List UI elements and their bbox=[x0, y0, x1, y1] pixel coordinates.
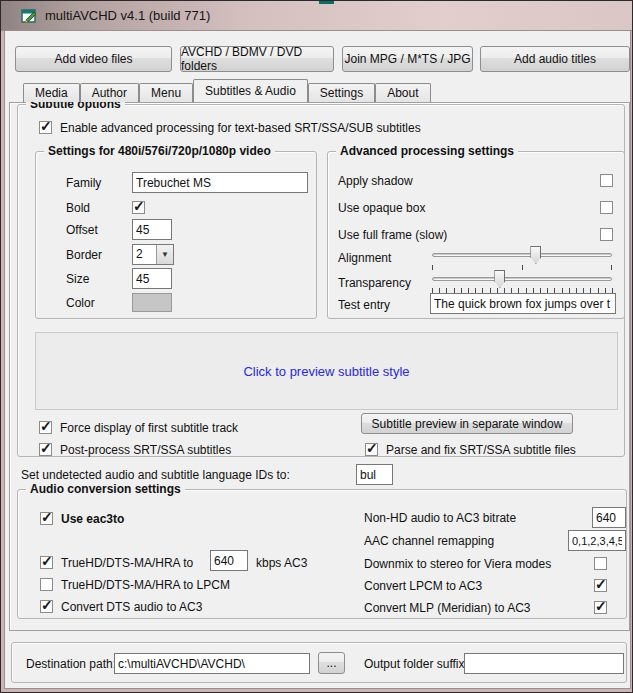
force-display-label: Force display of first subtitle track bbox=[60, 421, 238, 435]
convert-lpcm-checkbox[interactable] bbox=[594, 579, 607, 592]
tab-media[interactable]: Media bbox=[23, 83, 80, 102]
chevron-down-icon[interactable]: ▼ bbox=[156, 245, 173, 264]
tab-menu[interactable]: Menu bbox=[139, 83, 193, 102]
downmix-viera-label: Downmix to stereo for Viera modes bbox=[364, 557, 551, 571]
tab-strip: Media Author Menu Subtitles & Audio Sett… bbox=[23, 81, 431, 102]
aac-remap-input[interactable] bbox=[568, 530, 626, 551]
destination-panel: Destination path: ... Output folder suff… bbox=[11, 642, 627, 683]
use-opaque-box-checkbox[interactable] bbox=[600, 201, 613, 214]
add-audio-titles-button[interactable]: Add audio titles bbox=[480, 46, 630, 72]
advanced-processing-group: Advanced processing settings Apply shado… bbox=[327, 151, 625, 319]
truehd-ac3-bitrate-input[interactable] bbox=[210, 550, 248, 571]
post-process-label: Post-process SRT/SSA subtitles bbox=[60, 443, 231, 457]
tab-about[interactable]: About bbox=[375, 83, 430, 102]
audio-conversion-title: Audio conversion settings bbox=[26, 482, 185, 496]
transparency-slider-thumb[interactable] bbox=[494, 270, 505, 288]
truehd-ac3-checkbox[interactable] bbox=[40, 556, 53, 569]
title-bar[interactable]: multiAVCHD v4.1 (build 771) bbox=[1, 1, 632, 31]
apply-shadow-checkbox[interactable] bbox=[600, 174, 613, 187]
offset-label: Offset bbox=[66, 223, 98, 237]
use-eac3to-checkbox[interactable] bbox=[40, 512, 53, 525]
tab-subtitles-audio[interactable]: Subtitles & Audio bbox=[193, 79, 308, 102]
parse-fix-checkbox[interactable] bbox=[365, 443, 378, 456]
language-ids-input[interactable] bbox=[356, 464, 393, 485]
client-area: Add video files AVCHD / BDMV / DVD folde… bbox=[5, 31, 630, 688]
subtitle-preview-window-button[interactable]: Subtitle preview in separate window bbox=[361, 413, 573, 434]
destination-path-input[interactable] bbox=[114, 653, 310, 674]
use-full-frame-label: Use full frame (slow) bbox=[338, 228, 447, 242]
window-title: multiAVCHD v4.1 (build 771) bbox=[45, 8, 210, 23]
subtitle-preview-panel[interactable]: Click to preview subtitle style bbox=[35, 332, 618, 410]
add-video-files-button[interactable]: Add video files bbox=[15, 46, 172, 72]
family-input[interactable] bbox=[132, 172, 308, 193]
language-ids-label: Set undetected audio and subtitle langua… bbox=[21, 468, 290, 482]
convert-dts-label: Convert DTS audio to AC3 bbox=[61, 600, 202, 614]
transparency-label: Transparency bbox=[338, 276, 411, 290]
border-select[interactable]: 2 ▼ bbox=[132, 244, 174, 265]
avchd-bdmv-dvd-folders-button[interactable]: AVCHD / BDMV / DVD folders bbox=[180, 46, 334, 72]
post-process-checkbox[interactable] bbox=[39, 443, 52, 456]
nonhd-bitrate-input[interactable] bbox=[592, 507, 626, 528]
use-opaque-box-label: Use opaque box bbox=[338, 201, 425, 215]
audio-conversion-group: Audio conversion settings Use eac3to Non… bbox=[17, 489, 627, 619]
color-swatch[interactable] bbox=[132, 293, 172, 312]
truehd-ac3-suffix-label: kbps AC3 bbox=[256, 556, 307, 570]
apply-shadow-label: Apply shadow bbox=[338, 174, 413, 188]
output-suffix-label: Output folder suffix: bbox=[364, 657, 468, 671]
bold-checkbox[interactable] bbox=[132, 201, 145, 214]
tab-settings[interactable]: Settings bbox=[308, 83, 375, 102]
test-entry-label: Test entry bbox=[338, 298, 390, 312]
offset-input[interactable] bbox=[132, 219, 172, 240]
convert-mlp-label: Convert MLP (Meridian) to AC3 bbox=[364, 601, 531, 615]
alignment-slider[interactable] bbox=[432, 245, 612, 265]
browse-button[interactable]: ... bbox=[318, 652, 345, 674]
border-label: Border bbox=[66, 248, 102, 262]
aac-remap-label: AAC channel remapping bbox=[364, 534, 494, 548]
convert-mlp-checkbox[interactable] bbox=[594, 601, 607, 614]
use-eac3to-label: Use eac3to bbox=[61, 512, 124, 526]
alignment-slider-track bbox=[432, 253, 612, 257]
transparency-slider-track bbox=[432, 277, 612, 281]
family-label: Family bbox=[66, 176, 101, 190]
app-window: multiAVCHD v4.1 (build 771) Add video fi… bbox=[0, 0, 633, 693]
tab-author[interactable]: Author bbox=[80, 83, 139, 102]
nonhd-bitrate-label: Non-HD audio to AC3 bitrate bbox=[364, 511, 516, 525]
size-input[interactable] bbox=[132, 268, 172, 289]
transparency-slider[interactable] bbox=[432, 269, 612, 289]
destination-path-label: Destination path: bbox=[26, 657, 116, 671]
force-display-checkbox[interactable] bbox=[39, 421, 52, 434]
test-entry-input[interactable] bbox=[430, 293, 616, 314]
background-window-sliver bbox=[319, 1, 334, 4]
enable-advanced-processing-checkbox[interactable] bbox=[39, 121, 52, 134]
truehd-ac3-label: TrueHD/DTS-MA/HRA to bbox=[61, 556, 193, 570]
size-label: Size bbox=[66, 272, 89, 286]
convert-dts-checkbox[interactable] bbox=[40, 600, 53, 613]
truehd-lpcm-label: TrueHD/DTS-MA/HRA to LPCM bbox=[61, 578, 230, 592]
advanced-processing-title: Advanced processing settings bbox=[336, 144, 518, 158]
enable-advanced-processing-label: Enable advanced processing for text-base… bbox=[60, 121, 421, 135]
bold-label: Bold bbox=[66, 201, 90, 215]
join-mpg-mts-jpg-button[interactable]: Join MPG / M*TS / JPG bbox=[342, 46, 473, 72]
color-label: Color bbox=[66, 296, 95, 310]
border-select-value: 2 bbox=[133, 245, 156, 264]
output-suffix-input[interactable] bbox=[464, 653, 624, 674]
truehd-lpcm-checkbox[interactable] bbox=[40, 578, 53, 591]
use-full-frame-checkbox[interactable] bbox=[600, 228, 613, 241]
subtitle-preview-link[interactable]: Click to preview subtitle style bbox=[243, 364, 409, 379]
alignment-slider-thumb[interactable] bbox=[530, 246, 541, 264]
app-icon bbox=[21, 8, 38, 24]
convert-lpcm-label: Convert LPCM to AC3 bbox=[364, 579, 482, 593]
parse-fix-label: Parse and fix SRT/SSA subtitle files bbox=[386, 443, 576, 457]
alignment-label: Alignment bbox=[338, 251, 391, 265]
video-settings-title: Settings for 480i/576i/720p/1080p video bbox=[44, 144, 275, 158]
video-settings-group: Settings for 480i/576i/720p/1080p video … bbox=[35, 151, 317, 319]
downmix-viera-checkbox[interactable] bbox=[594, 557, 607, 570]
